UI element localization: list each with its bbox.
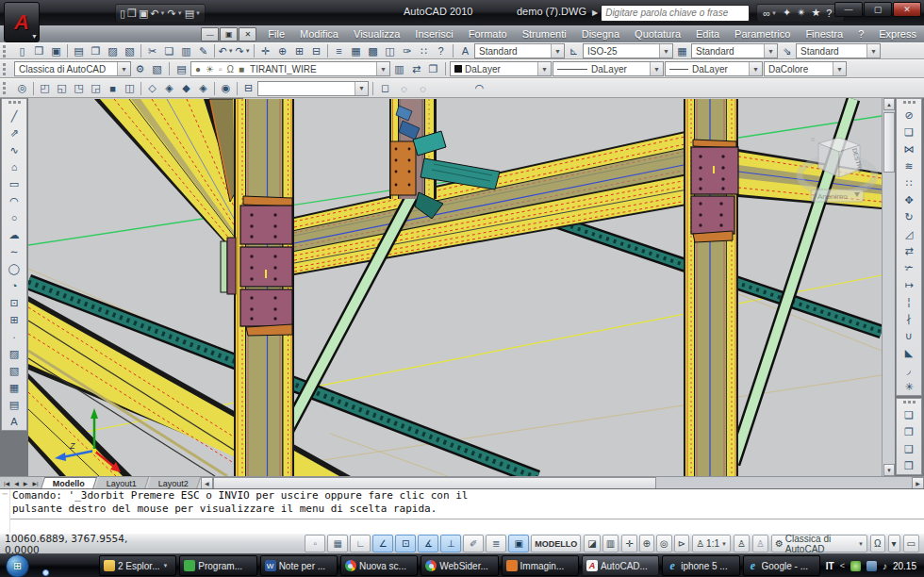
trim-icon[interactable]: ✃ <box>898 259 920 276</box>
match-properties-icon[interactable]: ✎▼ <box>195 44 211 58</box>
network-tray-icon[interactable] <box>866 561 877 571</box>
export-icon[interactable]: ▧▼ <box>122 44 138 58</box>
insert-block-icon[interactable]: ⊡ <box>3 294 25 311</box>
revision-cloud-icon[interactable]: ☁ <box>3 226 25 243</box>
command-window-grip[interactable]: "" <box>0 489 10 533</box>
lineweight-combo[interactable]: DaLayer▼ <box>665 61 763 76</box>
taskbar-button[interactable]: iphone 5 ... ▼ <box>662 555 739 576</box>
menu-item[interactable]: Strumenti <box>515 28 574 40</box>
view-top-icon[interactable]: ◰ <box>37 81 53 95</box>
clock[interactable]: 20.15 <box>893 561 916 571</box>
help-question-icon[interactable]: ?▼ <box>433 44 449 58</box>
snap-toggle[interactable]: ▫ <box>305 535 325 552</box>
layer-combo[interactable]: ●☀▫Ω■ TIRANTI_WIRE ▼ <box>190 61 390 76</box>
menu-item[interactable]: Finestra <box>798 28 850 40</box>
group-dropdown-icon[interactable]: ▼ <box>162 563 168 569</box>
break-at-point-icon[interactable]: ¦ <box>898 293 920 310</box>
chamfer-icon[interactable]: ◣ <box>898 344 920 361</box>
osnap-toggle[interactable]: ⊡ <box>395 535 416 552</box>
pan-status-icon[interactable]: ✛ <box>621 535 636 552</box>
vertical-scroll-thumb[interactable] <box>883 112 895 173</box>
last-tab-icon[interactable]: ▶| <box>30 480 40 486</box>
toolbar-grip[interactable] <box>3 82 10 94</box>
quickcalc-icon[interactable]: ∷▼ <box>416 44 432 58</box>
menu-item[interactable]: File <box>260 28 292 40</box>
rotate-icon[interactable]: ↻ <box>898 208 920 225</box>
search-input[interactable] <box>601 5 750 22</box>
cut-icon[interactable]: ✂▼ <box>144 44 160 58</box>
zoom-realtime-icon[interactable]: ⊕▼ <box>274 44 290 58</box>
scale-icon[interactable]: ◿ <box>898 225 920 242</box>
array-icon[interactable]: ∷ <box>898 174 920 191</box>
qat-plot-icon[interactable]: ▤▼ <box>185 8 201 20</box>
explode-icon[interactable]: ✳ <box>898 378 920 395</box>
view-ne-iso-icon[interactable]: ◆ <box>178 81 194 95</box>
menu-item[interactable]: Disegna <box>574 28 627 40</box>
view-sw-iso-icon[interactable]: ◇ <box>144 81 160 95</box>
menu-item[interactable]: Edita <box>688 28 727 40</box>
vs-conceptual-icon[interactable] <box>453 81 469 95</box>
view-left-icon[interactable]: ◳ <box>71 81 87 95</box>
menu-item[interactable]: ? <box>850 28 871 40</box>
model-paper-toggle[interactable]: MODELLO <box>531 535 581 552</box>
layer-properties-manager-icon[interactable]: ▤ <box>173 62 190 76</box>
plot-icon[interactable]: ▤▼ <box>71 44 87 58</box>
sheetset-icon[interactable]: ◫▼ <box>382 44 398 58</box>
vs-manage-icon[interactable]: ◠ <box>471 81 487 95</box>
view-se-iso-icon[interactable]: ◈ <box>161 81 177 95</box>
otrack-toggle[interactable]: ∡ <box>418 535 438 552</box>
bring-above-icon[interactable]: ❑ <box>898 440 920 457</box>
zoom-previous-icon[interactable]: ⊟▼ <box>308 44 324 58</box>
search-binoculars-icon[interactable]: ∞▼ <box>763 8 777 19</box>
qat-redo-icon[interactable]: ↷▼ <box>168 8 183 20</box>
circle-icon[interactable]: ○ <box>3 209 25 226</box>
model-space-icon[interactable]: ◪ <box>584 535 600 552</box>
copy-icon[interactable]: ❏ <box>898 124 920 140</box>
annotation-auto-scale-icon[interactable]: ♙ <box>752 535 768 552</box>
arc-icon[interactable]: ◠ <box>3 192 25 209</box>
ie-quick-icon[interactable] <box>75 559 90 573</box>
send-under-icon[interactable]: ❒ <box>898 457 920 474</box>
toolbar-grip[interactable] <box>3 63 10 75</box>
search-collapse-icon[interactable]: ▶ <box>592 8 598 17</box>
clean-screen-icon[interactable]: ▭ <box>903 535 919 552</box>
spline-icon[interactable]: ∼ <box>3 243 25 260</box>
properties-icon[interactable]: ≡▼ <box>331 44 347 58</box>
toolbar-grip[interactable] <box>8 101 21 107</box>
layer-freeze-sun-icon[interactable]: ☀ <box>206 64 214 74</box>
showmotion-icon[interactable]: ⊳ <box>674 535 689 552</box>
taskbar-button[interactable]: Note per ... ▼ <box>260 555 338 576</box>
pan-icon[interactable]: ✛▼ <box>257 44 273 58</box>
volume-tray-icon[interactable]: ♪ <box>883 561 887 571</box>
layer-on-bulb-icon[interactable]: ● <box>195 64 201 74</box>
language-indicator[interactable]: IT <box>826 561 834 571</box>
toolbar-lock-icon[interactable]: Ω <box>870 535 884 552</box>
break-icon[interactable]: ∤ <box>898 310 920 327</box>
bring-to-front-icon[interactable]: ❏ <box>898 406 920 423</box>
communication-center-icon[interactable]: ✦▼ <box>783 7 791 19</box>
view-nw-iso-icon[interactable]: ◈ <box>195 81 211 95</box>
ellipse-arc-icon[interactable]: ◔ <box>3 277 25 294</box>
layer-lock-icon[interactable]: Ω <box>227 64 234 74</box>
linetype-combo[interactable]: DaLayer▼ <box>553 61 664 76</box>
vs-realistic-icon[interactable] <box>434 81 450 95</box>
hatch-icon[interactable]: ▨ <box>3 345 25 362</box>
qat-new-icon[interactable]: ▯▼ <box>120 8 125 20</box>
status-menu-icon[interactable]: ▾ <box>888 535 900 552</box>
send-to-back-icon[interactable]: ❐ <box>898 423 920 440</box>
table-style-combo[interactable]: Standard▼ <box>691 43 778 58</box>
mleader-style-icon[interactable]: ⇘ <box>779 44 795 58</box>
tray-chevron-icon[interactable]: < <box>840 561 845 570</box>
publish-icon[interactable]: ▨▼ <box>105 44 121 58</box>
dropdown-arrow-icon[interactable]: ▼ <box>160 10 166 16</box>
menu-item[interactable]: Modifica <box>292 28 346 40</box>
dropdown-arrow-icon[interactable]: ▼ <box>177 10 183 16</box>
taskbar-button[interactable]: 2 Esplor... ▼ <box>99 555 176 576</box>
subscription-icon[interactable]: ✴▼ <box>797 7 805 19</box>
join-icon[interactable]: ∪ <box>898 327 920 344</box>
undo-icon[interactable]: ↶▼ <box>218 44 234 58</box>
close-button[interactable]: ✕ <box>893 2 921 17</box>
steering-wheel-icon[interactable]: ◎ <box>656 535 672 552</box>
taskbar-button[interactable]: Immagin... ▼ <box>502 555 579 576</box>
line-icon[interactable]: ╱ <box>3 107 25 124</box>
